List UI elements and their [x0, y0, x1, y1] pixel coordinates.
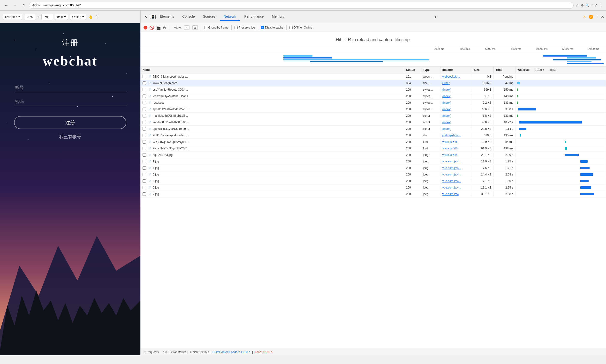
- row-checkbox[interactable]: [143, 134, 146, 137]
- th-time[interactable]: Time: [494, 67, 515, 73]
- filter-icon[interactable]: ⊜: [163, 25, 166, 30]
- tab-performance[interactable]: Performance: [240, 13, 267, 21]
- td-initiator[interactable]: (index): [441, 94, 472, 99]
- menu-button[interactable]: ⋮: [599, 3, 603, 8]
- ext-icon-3[interactable]: T: [591, 3, 593, 7]
- group-by-frame-checkbox[interactable]: [204, 26, 207, 29]
- ext-icon-4[interactable]: V: [595, 3, 597, 7]
- td-initiator[interactable]: vivus.js:546: [441, 153, 472, 157]
- settings-icon[interactable]: ⋮: [595, 14, 599, 19]
- row-checkbox[interactable]: [143, 147, 146, 150]
- password-input[interactable]: [14, 97, 126, 106]
- th-type[interactable]: Type: [421, 67, 441, 73]
- tab-sources[interactable]: Sources: [199, 13, 219, 21]
- row-checkbox[interactable]: [143, 81, 146, 85]
- warning-badge[interactable]: 2: [589, 15, 593, 19]
- td-initiator[interactable]: vue.esm.js:4...: [441, 166, 472, 170]
- table-row[interactable]: 📄 5.jpg 200 jpeg vue.esm.js:4... 14.4 KB…: [141, 171, 606, 178]
- width-input[interactable]: [24, 14, 36, 20]
- reload-button[interactable]: ↻: [20, 2, 27, 9]
- table-row[interactable]: 📄 app.0f146117d913d1ef89f... 200 script …: [141, 126, 606, 132]
- td-initiator[interactable]: vue.esm.js:4...: [441, 185, 472, 190]
- th-waterfall[interactable]: Waterfall 10.00 s 15%0: [515, 67, 606, 73]
- preserve-log-checkbox[interactable]: [234, 26, 238, 29]
- tab-console[interactable]: Console: [178, 13, 198, 21]
- disable-cache-label[interactable]: Disable cache: [261, 26, 283, 29]
- record-button[interactable]: [143, 26, 147, 29]
- tab-network[interactable]: Network: [220, 13, 240, 21]
- table-row[interactable]: 📄 bg.92847c3.jpg 200 jpeg vivus.js:546 2…: [141, 152, 606, 158]
- grouped-view-btn[interactable]: ⊞: [193, 25, 198, 30]
- row-checkbox[interactable]: [143, 121, 146, 124]
- ext-icon-1[interactable]: ⚙: [581, 3, 584, 7]
- table-row[interactable]: 📄 www.qiufengh.com 304 docu... Other 101…: [141, 80, 606, 87]
- td-initiator[interactable]: vivus.js:546: [441, 140, 472, 144]
- network-selector[interactable]: Online ▾: [70, 14, 86, 20]
- table-row[interactable]: 📄 7.jpg 200 jpeg vue.esm.js:4 30.1 KB 2.…: [141, 191, 606, 197]
- td-initiator[interactable]: (index): [441, 126, 472, 131]
- td-initiator[interactable]: (index): [441, 107, 472, 112]
- table-row[interactable]: 📄 vendor.88219d91bc8050c... 200 script (…: [141, 119, 606, 126]
- row-checkbox[interactable]: [143, 127, 146, 130]
- td-initiator[interactable]: vue.esm.js:4...: [441, 179, 472, 183]
- td-initiator[interactable]: vue.esm.js:4: [441, 192, 472, 196]
- row-checkbox[interactable]: [143, 186, 146, 189]
- td-initiator[interactable]: websocket.j...: [441, 74, 472, 79]
- table-row[interactable]: 📄 1.jpg 200 jpeg vue.esm.js:4... 11.0 KB…: [141, 158, 606, 165]
- list-view-btn[interactable]: ≡: [184, 25, 190, 30]
- row-checkbox[interactable]: [143, 101, 146, 104]
- row-checkbox[interactable]: [143, 88, 146, 91]
- table-row[interactable]: 📄 icon?family=Material+Icons 200 styles.…: [141, 93, 606, 100]
- row-checkbox[interactable]: [143, 153, 146, 157]
- row-checkbox[interactable]: [143, 166, 146, 170]
- td-initiator[interactable]: (index): [441, 113, 472, 118]
- offline-checkbox[interactable]: [289, 26, 293, 29]
- back-button[interactable]: ←: [3, 2, 10, 9]
- stop-icon[interactable]: 🚫: [149, 25, 154, 30]
- more-tabs-button[interactable]: »: [433, 13, 438, 21]
- td-initiator[interactable]: Other: [441, 81, 472, 86]
- row-checkbox[interactable]: [143, 94, 146, 98]
- disable-cache-checkbox[interactable]: [261, 26, 264, 29]
- tab-memory[interactable]: Memory: [268, 13, 288, 21]
- forward-button[interactable]: →: [12, 2, 18, 9]
- td-initiator[interactable]: (index): [441, 87, 472, 92]
- table-row[interactable]: 📄 CrYjSnGjrRCn0pd9VQsnF... 200 font vivu…: [141, 139, 606, 145]
- preserve-log-label[interactable]: Preserve log: [234, 26, 255, 29]
- table-row[interactable]: 📄 reset.css 200 styles... (index) 2.2 KB…: [141, 100, 606, 106]
- cursor-icon[interactable]: ↖: [143, 13, 149, 20]
- row-checkbox[interactable]: [143, 114, 146, 117]
- td-initiator[interactable]: vivus.js:546: [441, 146, 472, 151]
- row-checkbox[interactable]: [143, 173, 146, 176]
- ext-icon-2[interactable]: 🔍: [585, 3, 590, 7]
- th-size[interactable]: Size: [472, 67, 494, 73]
- table-row[interactable]: 📄 ?EIO=3&transport=polling... 200 xhr po…: [141, 132, 606, 139]
- close-devtools-icon[interactable]: ✕: [601, 14, 604, 19]
- th-status[interactable]: Status: [404, 67, 421, 73]
- th-initiator[interactable]: Initiator: [441, 67, 472, 73]
- td-initiator[interactable]: (index): [441, 120, 472, 125]
- touch-icon[interactable]: 👆: [88, 14, 93, 19]
- device-toggle-icon[interactable]: 📱: [150, 15, 156, 19]
- td-initiator[interactable]: vue.esm.js:4...: [441, 172, 472, 177]
- row-checkbox[interactable]: [143, 107, 146, 111]
- bookmark-icon[interactable]: ☆: [576, 3, 579, 8]
- table-row[interactable]: 📄 4.jpg 200 jpeg vue.esm.js:4... 7.5 KB …: [141, 165, 606, 171]
- offline-label[interactable]: Offline: [289, 26, 302, 29]
- row-checkbox[interactable]: [143, 192, 146, 196]
- td-initiator[interactable]: polling-xhr.js...: [441, 133, 472, 138]
- table-row[interactable]: 📄 6.jpg 200 jpeg vue.esm.js:4... 11.1 KB…: [141, 184, 606, 191]
- row-checkbox[interactable]: [143, 179, 146, 183]
- table-row[interactable]: 📄 2fcrYFNaTjcS6g4U3t-Y5R... 200 font viv…: [141, 145, 606, 152]
- group-by-frame-label[interactable]: Group by frame: [204, 26, 228, 29]
- filmstrip-icon[interactable]: 🎬: [156, 25, 161, 30]
- tab-elements[interactable]: Elements: [156, 13, 178, 21]
- table-row[interactable]: 📄 css?family=Roboto:300,4... 200 styles.…: [141, 87, 606, 93]
- row-checkbox[interactable]: [143, 160, 146, 163]
- more-options-icon[interactable]: ⋮: [95, 14, 99, 19]
- table-row[interactable]: 📄 2.jpg 200 jpeg vue.esm.js:4... 7.1 KB …: [141, 178, 606, 184]
- row-checkbox[interactable]: [143, 75, 146, 78]
- device-selector[interactable]: iPhone 6 ▾: [3, 14, 22, 20]
- td-initiator[interactable]: vue.esm.js:4...: [441, 159, 472, 164]
- username-input[interactable]: [14, 83, 126, 92]
